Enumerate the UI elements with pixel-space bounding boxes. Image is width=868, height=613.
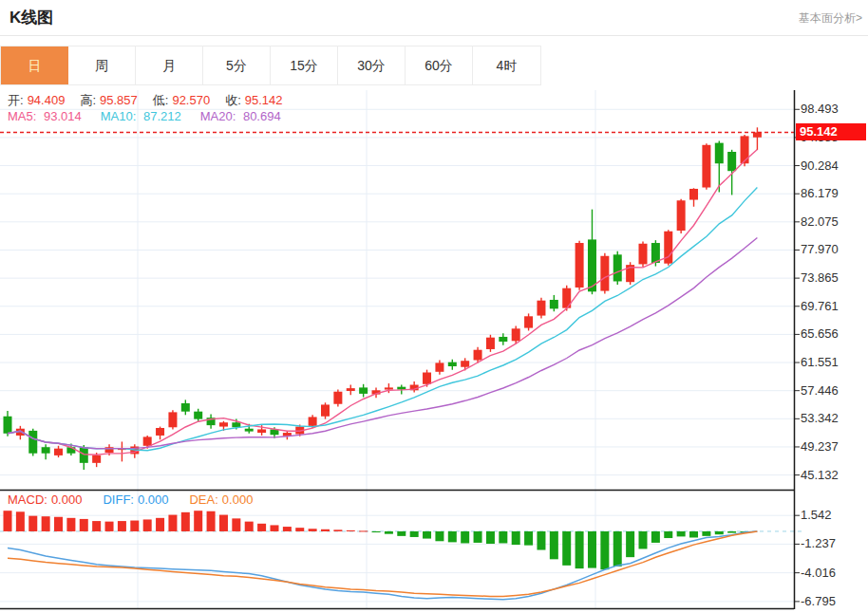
y-axis-label: 82.075 [801,214,839,229]
macd-value: MACD:0.000 [8,492,85,507]
y-axis-label: 53.342 [801,411,839,425]
chart-area: 开:94.409高:95.857低:92.570收:95.142 MA5: 93… [0,0,868,613]
macd-info: MACD:0.000DIFF:0.000DEA:0.000 [8,492,260,507]
header: K线图 基本面分析> [0,0,868,36]
high-label: 高: [80,93,96,107]
close-value: 95.142 [245,93,283,107]
y-axis-label: 45.132 [801,468,839,482]
y-axis-label: 86.179 [801,186,839,200]
open-label: 开: [8,93,24,107]
y-axis-label: 61.551 [801,355,839,369]
ohlc-info: 开:94.409高:95.857低:92.570收:95.142 [8,92,298,109]
y-axis-label: -1.237 [801,536,836,550]
dea-value: DEA:0.000 [189,492,256,507]
open-value: 94.409 [28,93,66,107]
y-axis-label: 98.493 [801,102,839,116]
fundamental-analysis-link[interactable]: 基本面分析> [799,10,862,27]
ma10-label: MA10: 87.212 [101,109,185,123]
y-axis-label: 65.656 [801,326,839,341]
current-price-badge: 95.142 [796,123,866,140]
tab-4hour[interactable]: 4时 [473,46,540,84]
low-label: 低: [153,93,169,107]
y-axis-label: -6.795 [801,594,836,608]
y-axis-label: -4.016 [801,566,836,580]
ma20-label: MA20: 80.694 [200,109,285,123]
kline-widget: 开:94.409高:95.857低:92.570收:95.142 MA5: 93… [0,0,868,613]
page-title: K线图 [9,7,53,28]
y-axis-label: 1.542 [801,508,832,522]
tab-day[interactable]: 日 [1,46,68,84]
y-axis-label: 77.970 [801,242,839,256]
low-value: 92.570 [172,93,210,107]
y-axis-label: 57.446 [801,383,839,398]
tab-5min[interactable]: 5分 [203,46,271,84]
period-tabs: 日 周 月 5分 15分 30分 60分 4时 [0,46,541,85]
y-axis-label: 49.237 [801,439,839,454]
tab-30min[interactable]: 30分 [338,46,406,84]
y-axis-label: 69.761 [801,299,839,313]
ma5-label: MA5: 93.014 [8,109,85,123]
tab-15min[interactable]: 15分 [271,46,338,84]
high-value: 95.857 [100,93,138,107]
y-axis-label: 73.865 [801,270,839,285]
tab-month[interactable]: 月 [136,46,203,84]
tab-week[interactable]: 周 [68,46,136,84]
y-axis-label: 90.284 [801,158,839,173]
ma-info: MA5: 93.014MA10: 87.212MA20: 80.694 [8,109,289,123]
diff-value: DIFF:0.000 [103,492,172,507]
tab-60min[interactable]: 60分 [406,46,473,84]
close-label: 收: [225,93,241,107]
